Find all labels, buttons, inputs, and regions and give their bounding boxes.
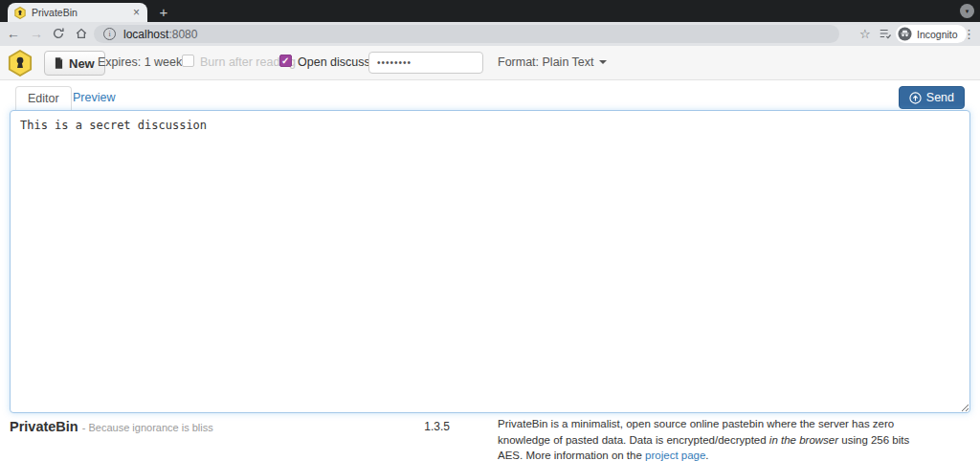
send-button-label: Send <box>926 91 954 104</box>
home-icon[interactable] <box>75 27 88 40</box>
new-tab-button[interactable]: + <box>153 3 174 22</box>
about-part3: . <box>705 450 708 461</box>
url-text: localhost:8080 <box>123 28 197 41</box>
privatebin-navbar: New Expires: 1 week Burn after reading O… <box>0 46 980 80</box>
caret-down-icon <box>599 60 607 64</box>
tab-title: PrivateBin <box>32 7 132 18</box>
new-paste-button[interactable]: New <box>44 51 105 76</box>
expires-dropdown[interactable]: Expires: 1 week <box>98 46 194 79</box>
browser-menu-icon[interactable]: ⋮ <box>963 22 975 46</box>
about-italic: in the browser <box>769 434 838 446</box>
format-label: Format: Plain Text <box>498 55 594 69</box>
version-label: 1.3.5 <box>383 420 450 433</box>
incognito-badge: Incognito <box>896 25 967 43</box>
about-text: PrivateBin is a minimalist, open source … <box>498 416 934 461</box>
back-icon[interactable]: ← <box>4 22 23 46</box>
browser-toolbar: ← → i localhost:8080 ☆ Incognito <box>0 22 980 46</box>
reading-list-icon[interactable] <box>879 27 892 40</box>
footer-brand: PrivateBin - Because ignorance is bliss <box>10 419 213 434</box>
site-info-icon[interactable]: i <box>103 28 116 40</box>
privatebin-logo-icon <box>8 50 33 77</box>
tab-preview[interactable]: Preview <box>73 86 115 110</box>
format-dropdown[interactable]: Format: Plain Text <box>498 46 607 79</box>
app-name: PrivateBin <box>10 419 78 434</box>
incognito-spy-icon <box>898 27 912 41</box>
forward-icon: → <box>27 22 46 46</box>
search-tabs-button[interactable]: ▾ <box>960 4 974 18</box>
checkbox-checked-icon[interactable] <box>279 55 292 67</box>
bookmark-star-icon[interactable]: ☆ <box>859 22 871 46</box>
password-input[interactable] <box>368 52 483 74</box>
browser-tab-strip: PrivateBin × + ▾ <box>0 0 980 22</box>
send-button[interactable]: Send <box>899 86 965 109</box>
url-port: :8080 <box>168 28 197 41</box>
paste-textarea[interactable]: This is a secret discussion <box>10 110 970 413</box>
screen: PrivateBin × + ▾ ← → i localhost:8080 ☆ <box>0 0 980 461</box>
new-button-label: New <box>69 56 95 71</box>
browser-tab-privatebin[interactable]: PrivateBin × <box>8 3 147 22</box>
tab-editor[interactable]: Editor <box>15 86 72 110</box>
upload-circle-icon <box>909 92 922 104</box>
reload-icon[interactable] <box>52 27 65 40</box>
expires-label: Expires: 1 week <box>98 55 182 69</box>
project-page-link[interactable]: project page <box>645 450 705 461</box>
chevron-down-icon: ▾ <box>966 8 969 14</box>
file-icon <box>55 57 63 69</box>
app-tagline: - Because ignorance is bliss <box>82 422 213 433</box>
url-host: localhost <box>123 28 168 41</box>
privatebin-favicon-icon <box>14 7 26 19</box>
checkbox-unchecked-icon <box>182 55 194 67</box>
address-bar[interactable]: i localhost:8080 <box>94 25 839 43</box>
tab-close-icon[interactable]: × <box>132 7 141 18</box>
incognito-label: Incognito <box>917 29 958 40</box>
